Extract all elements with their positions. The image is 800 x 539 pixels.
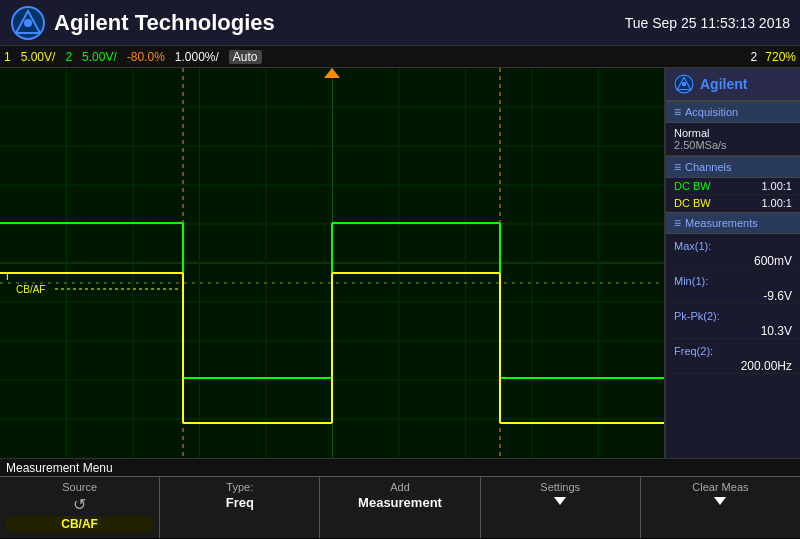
measurements-section-header: Measurements bbox=[666, 212, 800, 234]
timebase-display: 1.000%/ bbox=[175, 50, 219, 64]
meas-name-3: Freq(2): bbox=[674, 345, 713, 357]
menu-label: Measurement Menu bbox=[0, 458, 800, 476]
add-label-top: Add bbox=[326, 481, 473, 493]
offset-display: -80.0% bbox=[127, 50, 165, 64]
meas-value-2: 10.3V bbox=[674, 324, 792, 338]
ch1-value: 1.00:1 bbox=[761, 180, 792, 192]
ch2-row: DC BW 1.00:1 bbox=[666, 195, 800, 212]
agilent-brand-header: Agilent bbox=[666, 68, 800, 101]
ch1-indicator: 1 bbox=[4, 50, 11, 64]
header-left: Agilent Technologies bbox=[10, 5, 275, 41]
ch1-scale[interactable]: 5.00V/ bbox=[21, 50, 56, 64]
clear-label-top: Clear Meas bbox=[647, 481, 794, 493]
settings-arrow-icon bbox=[554, 497, 566, 505]
agilent-logo-icon bbox=[10, 5, 46, 41]
acquisition-mode: Normal bbox=[674, 127, 792, 139]
svg-point-2 bbox=[24, 19, 32, 27]
acquisition-content: Normal 2.50MSa/s bbox=[666, 123, 800, 156]
source-button[interactable]: Source ↺ CB/AF bbox=[0, 477, 160, 538]
settings-label-top: Settings bbox=[487, 481, 634, 493]
header-title: Agilent Technologies bbox=[54, 10, 275, 36]
ch2-scale[interactable]: 5.00V/ bbox=[82, 50, 117, 64]
refresh-icon: ↺ bbox=[73, 495, 86, 514]
add-measurement-button[interactable]: Add Measurement bbox=[320, 477, 480, 538]
measurement-row-2: Pk-Pk(2): 10.3V bbox=[666, 304, 800, 339]
scope-screen: T CB/AF bbox=[0, 68, 665, 458]
meas-value-0: 600mV bbox=[674, 254, 792, 268]
status-right: 2 720% bbox=[751, 50, 796, 64]
header: Agilent Technologies Tue Sep 25 11:53:13… bbox=[0, 0, 800, 46]
clear-arrow-icon bbox=[714, 497, 726, 505]
ch2-value: 1.00:1 bbox=[761, 197, 792, 209]
acquisition-rate: 2.50MSa/s bbox=[674, 139, 792, 151]
meas-name-1: Min(1): bbox=[674, 275, 708, 287]
ch2-indicator: 2 bbox=[65, 50, 72, 64]
header-timestamp: Tue Sep 25 11:53:13 2018 bbox=[625, 15, 790, 31]
mode-display: Auto bbox=[229, 50, 262, 64]
main-area: T CB/AF Agilent Acquisition Normal 2.50M… bbox=[0, 68, 800, 458]
clear-meas-button[interactable]: Clear Meas bbox=[641, 477, 800, 538]
acquisition-section-header: Acquisition bbox=[666, 101, 800, 123]
grid-canvas: T CB/AF bbox=[0, 68, 664, 458]
right-panel: Agilent Acquisition Normal 2.50MSa/s Cha… bbox=[665, 68, 800, 458]
trigger-indicator: 2 bbox=[751, 50, 758, 64]
type-button[interactable]: Type: Freq bbox=[160, 477, 320, 538]
svg-point-31 bbox=[682, 82, 686, 86]
meas-value-1: -9.6V bbox=[674, 289, 792, 303]
meas-name-0: Max(1): bbox=[674, 240, 711, 252]
agilent-small-logo-icon bbox=[674, 74, 694, 94]
agilent-brand-label: Agilent bbox=[700, 76, 747, 92]
add-label-main: Measurement bbox=[358, 495, 442, 510]
source-value: CB/AF bbox=[6, 516, 153, 532]
ch1-row: DC BW 1.00:1 bbox=[666, 178, 800, 195]
settings-button[interactable]: Settings bbox=[481, 477, 641, 538]
ch1-type: DC BW bbox=[674, 180, 711, 192]
type-value: Freq bbox=[226, 495, 254, 510]
channels-section-header: Channels bbox=[666, 156, 800, 178]
measurements-list: Max(1): 600mV Min(1): -9.6V Pk-Pk(2): 10… bbox=[666, 234, 800, 374]
meas-name-2: Pk-Pk(2): bbox=[674, 310, 720, 322]
measurement-row-1: Min(1): -9.6V bbox=[666, 269, 800, 304]
type-label-top: Type: bbox=[166, 481, 313, 493]
svg-text:T: T bbox=[4, 270, 11, 282]
measurement-row-0: Max(1): 600mV bbox=[666, 234, 800, 269]
ch2-type: DC BW bbox=[674, 197, 711, 209]
source-label-top: Source bbox=[6, 481, 153, 493]
measurement-row-3: Freq(2): 200.00Hz bbox=[666, 339, 800, 374]
status-bar: 1 5.00V/ 2 5.00V/ -80.0% 1.000%/ Auto 2 … bbox=[0, 46, 800, 68]
sample-count: 720% bbox=[765, 50, 796, 64]
bottom-bar: Source ↺ CB/AF Type: Freq Add Measuremen… bbox=[0, 476, 800, 538]
meas-value-3: 200.00Hz bbox=[674, 359, 792, 373]
svg-text:CB/AF: CB/AF bbox=[16, 284, 45, 295]
